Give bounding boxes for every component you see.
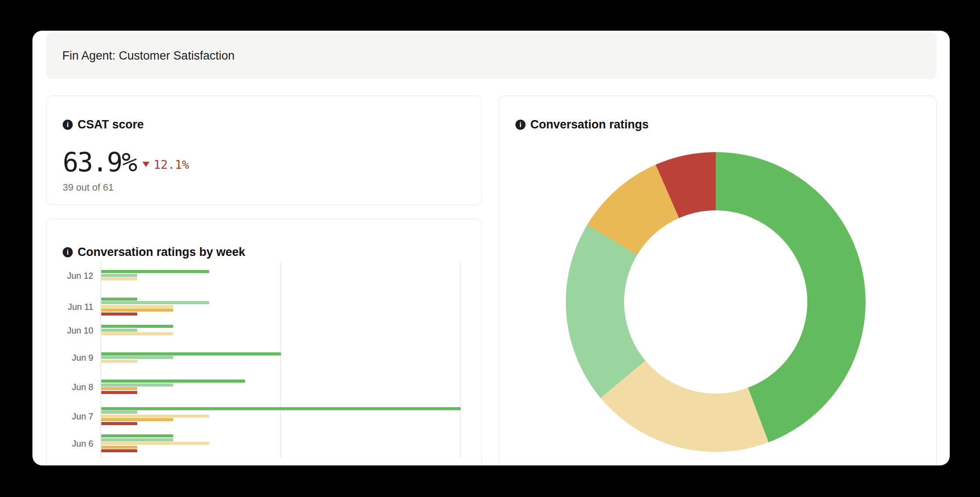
info-icon[interactable]: i xyxy=(63,247,73,257)
bar-cream xyxy=(101,360,137,363)
bar-group: Jun 10 xyxy=(101,325,173,336)
week-card-title: Conversation ratings by week xyxy=(78,245,245,259)
bar-group: Jun 7 xyxy=(101,407,461,426)
category-label: Jun 10 xyxy=(67,325,93,335)
csat-score-row: 63.9% 12.1% xyxy=(63,147,189,178)
ratings-donut-chart xyxy=(566,152,866,452)
report-title: Fin Agent: Customer Satisfaction xyxy=(62,49,234,63)
category-label: Jun 11 xyxy=(67,302,93,312)
bar-red xyxy=(101,449,137,452)
category-label: Jun 6 xyxy=(72,439,93,449)
bar-light-green xyxy=(101,274,137,277)
bar-light-green xyxy=(101,383,173,387)
bar-cream xyxy=(101,415,209,418)
bar-cream xyxy=(101,305,173,308)
ratings-by-week-card: i Conversation ratings by week Jun 12Jun… xyxy=(46,219,482,465)
category-label: Jun 7 xyxy=(72,411,93,421)
triangle-down-icon xyxy=(142,162,149,167)
ratings-by-week-chart: Jun 12Jun 11Jun 10Jun 9Jun 8Jun 7Jun 6 xyxy=(100,262,467,458)
csat-card-title: CSAT score xyxy=(78,118,144,131)
bar-light-green xyxy=(101,411,137,414)
bar-green xyxy=(101,298,137,301)
bar-green xyxy=(101,270,209,273)
bar-light-green xyxy=(101,301,209,304)
bar-cream xyxy=(101,332,173,335)
x-gridline xyxy=(460,262,461,458)
csat-score-card: i CSAT score 63.9% 12.1% 39 out of 61 xyxy=(46,96,482,205)
bar-group: Jun 6 xyxy=(101,434,209,453)
csat-delta-value: 12.1% xyxy=(153,158,189,171)
bar-green xyxy=(101,407,461,410)
bar-cream xyxy=(101,277,137,280)
info-icon[interactable]: i xyxy=(515,120,526,130)
bar-red xyxy=(101,422,137,425)
bar-light-green xyxy=(101,438,173,441)
conversation-ratings-card: i Conversation ratings xyxy=(499,96,937,465)
bar-orange xyxy=(101,309,173,312)
bar-red xyxy=(101,312,137,316)
bar-group: Jun 11 xyxy=(101,298,209,316)
info-icon[interactable]: i xyxy=(63,120,73,130)
bar-cream xyxy=(101,442,209,445)
bar-group: Jun 8 xyxy=(101,380,245,394)
bar-group: Jun 12 xyxy=(101,270,209,281)
bar-green xyxy=(101,352,281,355)
report-window: Fin Agent: Customer Satisfaction i CSAT … xyxy=(32,31,950,465)
csat-card-title-row: i CSAT score xyxy=(63,118,144,131)
csat-delta: 12.1% xyxy=(142,158,189,171)
bar-green xyxy=(101,434,173,437)
donut-card-title: Conversation ratings xyxy=(530,118,649,131)
csat-score-value: 63.9% xyxy=(63,147,136,178)
bar-light-green xyxy=(101,329,137,332)
bar-green xyxy=(101,325,173,328)
category-label: Jun 12 xyxy=(67,270,93,280)
report-header: Fin Agent: Customer Satisfaction xyxy=(46,32,937,79)
week-card-title-row: i Conversation ratings by week xyxy=(63,245,245,259)
bar-orange xyxy=(101,418,173,421)
bar-red xyxy=(101,391,137,394)
bar-green xyxy=(101,380,245,383)
bar-light-green xyxy=(101,356,173,359)
bar-orange xyxy=(101,387,137,390)
category-label: Jun 9 xyxy=(72,353,93,363)
csat-subtitle: 39 out of 61 xyxy=(63,182,114,193)
donut-card-title-row: i Conversation ratings xyxy=(515,118,649,131)
bar-orange xyxy=(101,446,137,449)
category-label: Jun 8 xyxy=(72,382,93,392)
donut-hole xyxy=(624,210,807,394)
bar-group: Jun 9 xyxy=(101,352,281,364)
